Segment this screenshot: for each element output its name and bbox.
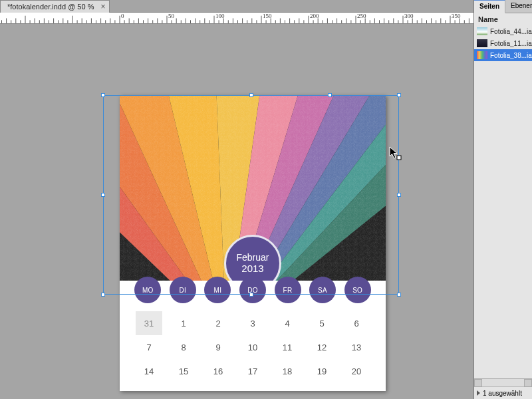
panel-tabs: Seiten Ebenen: [474, 0, 532, 13]
calendar-cell: 16: [205, 359, 231, 383]
weekday-badge: SA: [309, 277, 336, 303]
cursor-icon: [389, 146, 402, 162]
document-page[interactable]: Februar 2013 MODIMIDOFRSASO 311234567891…: [120, 95, 386, 391]
calendar-grid: 311234567891011121314151617181920: [120, 306, 386, 391]
calendar-cell: 10: [239, 335, 266, 359]
calendar-cell: 19: [309, 359, 335, 383]
weekday-badge: MI: [204, 277, 231, 303]
weekday-badge: FR: [275, 277, 301, 303]
resize-handle[interactable]: [101, 293, 105, 297]
weekday-row: MODIMIDOFRSASO: [120, 277, 386, 303]
calendar-cell: 11: [274, 335, 301, 359]
link-item[interactable]: Fotolia_38...ia: [474, 49, 532, 61]
weekday-badge: DI: [170, 277, 196, 303]
calendar-cell: 7: [136, 335, 162, 359]
link-item[interactable]: Fotolia_11...ia: [474, 37, 532, 49]
panel-scrollbar[interactable]: [474, 379, 532, 387]
link-thumbnail: [477, 39, 487, 47]
resize-handle[interactable]: [397, 293, 401, 297]
calendar-cell: 17: [239, 359, 266, 383]
calendar-cell: 18: [274, 359, 301, 383]
links-panel: Seiten Ebenen Name Fotolia_44...iaFotoli…: [473, 0, 532, 399]
ruler-horizontal[interactable]: 050100150200250300350: [0, 13, 473, 24]
calendar-cell: 15: [170, 359, 197, 383]
link-label: Fotolia_38...ia: [490, 52, 532, 59]
calendar-cell: 1: [170, 311, 197, 335]
links-list: Fotolia_44...iaFotolia_11...iaFotolia_38…: [474, 25, 532, 61]
month-label: Februar: [236, 252, 269, 263]
calendar-cell: 6: [343, 311, 370, 335]
close-icon[interactable]: ×: [100, 2, 105, 11]
calendar-cell: 12: [309, 335, 335, 359]
link-label: Fotolia_11...ia: [490, 40, 532, 47]
calendar-cell: 14: [136, 359, 162, 383]
calendar-cell: 13: [343, 335, 370, 359]
calendar-cell: 9: [205, 335, 231, 359]
document-tab-title: *fotokalender.indd @ 50 %: [7, 3, 94, 11]
document-tab-bar: *fotokalender.indd @ 50 % ×: [0, 0, 473, 13]
link-thumbnail: [477, 51, 487, 59]
link-thumbnail: [477, 27, 487, 35]
svg-text:50: 50: [168, 13, 175, 20]
column-header-name[interactable]: Name: [474, 13, 532, 25]
selection-count: 1 ausgewählt: [483, 390, 522, 397]
weekday-badge: MO: [134, 277, 161, 303]
tab-layers[interactable]: Ebenen: [505, 0, 532, 13]
calendar-cell: 8: [170, 335, 197, 359]
calendar-cell: 5: [309, 311, 335, 335]
document-tab[interactable]: *fotokalender.indd @ 50 % ×: [0, 0, 110, 13]
calendar-photo-frame[interactable]: Februar 2013: [120, 95, 386, 281]
calendar-cell: 20: [343, 359, 370, 383]
resize-handle[interactable]: [397, 193, 401, 197]
calendar-cell: 31: [136, 311, 162, 335]
resize-handle[interactable]: [101, 93, 105, 97]
resize-handle[interactable]: [397, 93, 401, 97]
calendar-cell: 3: [239, 311, 266, 335]
link-label: Fotolia_44...ia: [490, 28, 532, 35]
weekday-badge: DO: [239, 277, 266, 303]
svg-text:0: 0: [121, 13, 124, 20]
panel-status-bar: 1 ausgewählt: [474, 387, 532, 399]
resize-handle[interactable]: [101, 193, 105, 197]
calendar-cell: 2: [205, 311, 231, 335]
calendar-cell: 4: [274, 311, 301, 335]
disclosure-triangle-icon[interactable]: [477, 390, 480, 396]
weekday-badge: SO: [344, 277, 371, 303]
tab-pages[interactable]: Seiten: [474, 0, 505, 13]
workspace[interactable]: Februar 2013 MODIMIDOFRSASO 311234567891…: [0, 24, 473, 399]
year-label: 2013: [241, 263, 263, 274]
link-item[interactable]: Fotolia_44...ia: [474, 25, 532, 37]
svg-rect-109: [397, 156, 401, 160]
